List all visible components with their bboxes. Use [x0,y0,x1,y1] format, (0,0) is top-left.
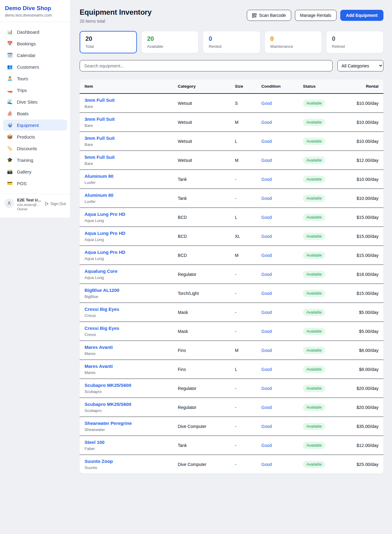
item-name-link[interactable]: Aluminum 80 [85,174,168,179]
search-input[interactable] [80,60,333,71]
sidebar-item-customers[interactable]: 👥 Customers [3,61,67,72]
user-icon [7,201,12,206]
item-name-link[interactable]: 5mm Full Suit [85,154,168,160]
item-name-link[interactable]: Aqua Lung Pro HD [85,231,168,236]
stat-card-total[interactable]: 20 Total [80,31,137,53]
brand-domain: demo.test.divestreams.com [5,13,65,17]
sidebar-item-calendar[interactable]: 🗓️ Calendar [3,50,67,61]
item-condition-link[interactable]: Good [261,310,272,315]
item-rental-price: $12.00/day [351,151,383,170]
item-size: - [230,322,256,341]
stat-card-retired[interactable]: 0 Retired [326,31,383,53]
sidebar-item-training[interactable]: 🎓 Training [3,154,67,166]
sidebar-item-dive-sites[interactable]: 🌊 Dive Sites [3,96,67,107]
item-name-link[interactable]: 3mm Full Suit [85,116,168,122]
sidebar-item-gallery[interactable]: 📸 Gallery [3,166,67,177]
item-condition-link[interactable]: Good [261,139,272,144]
item-condition-link[interactable]: Good [261,462,272,467]
item-condition-link[interactable]: Good [261,329,272,334]
sidebar-item-label: Equipment [17,123,39,128]
table-row: Mares Avanti Mares Fins M Good Available… [80,341,383,360]
item-condition-link[interactable]: Good [261,424,272,429]
sidebar-item-label: Bookings [17,41,36,46]
item-name-link[interactable]: Aluminum 80 [85,193,168,198]
stat-card-rented[interactable]: 0 Rented [203,31,260,53]
item-name-link[interactable]: Steel 100 [85,440,168,445]
item-category: BCD [173,246,230,265]
item-brand: Suunto [85,465,168,470]
col-header-size: Size [230,79,256,93]
item-name-link[interactable]: Shearwater Peregrine [85,421,168,426]
item-condition-link[interactable]: Good [261,120,272,125]
sidebar-item-dashboard[interactable]: 📊 Dashboard [3,26,67,37]
scan-barcode-button[interactable]: Scan Barcode [247,10,291,21]
sign-out-button[interactable]: Sign Out [44,201,66,206]
item-name-link[interactable]: 3mm Full Suit [85,135,168,141]
item-name-link[interactable]: Cressi Big Eyes [85,307,168,312]
manage-rentals-button[interactable]: Manage Rentals [295,10,337,21]
table-row: Aqua Lung Pro HD Aqua Lung BCD L Good Av… [80,208,383,227]
item-brand: Luxfer [85,180,168,185]
sign-out-icon [44,201,49,206]
category-filter-select[interactable]: All Categories [337,60,383,71]
user-name: E2E Test U... [17,198,41,202]
item-brand: Cressi [85,332,168,337]
add-equipment-button[interactable]: Add Equipment [340,10,383,21]
item-category: Tank [173,189,230,208]
item-condition-link[interactable]: Good [261,101,272,106]
items-total-text: 20 items total [80,19,152,24]
stat-card-maintenance[interactable]: 0 Maintenance [265,31,322,53]
item-name-link[interactable]: BigBlue AL1200 [85,288,168,293]
item-rental-price: $12.00/day [351,436,383,455]
item-brand: Aqua Lung [85,256,168,261]
item-name-link[interactable]: Aqua Lung Pro HD [85,250,168,255]
sidebar-item-products[interactable]: 📦 Products [3,131,67,142]
sidebar-item-trips[interactable]: 🚤 Trips [3,85,67,96]
item-category: Torch/Light [173,284,230,303]
col-header-category: Category [173,79,230,93]
item-condition-link[interactable]: Good [261,234,272,239]
stat-label: Retired [332,44,378,49]
item-condition-link[interactable]: Good [261,443,272,448]
sidebar-item-pos[interactable]: 💳 POS [3,178,67,189]
item-rental-price: $10.00/day [351,132,383,151]
item-condition-link[interactable]: Good [261,196,272,201]
item-condition-link[interactable]: Good [261,253,272,258]
sidebar-item-equipment[interactable]: 🤿 Equipment [3,120,67,131]
table-row: Aqua Lung Pro HD Aqua Lung BCD XL Good A… [80,227,383,246]
equipment-icon: 🤿 [7,122,13,128]
item-condition-link[interactable]: Good [261,215,272,220]
item-condition-link[interactable]: Good [261,291,272,296]
sidebar-item-bookings[interactable]: 📅 Bookings [3,38,67,49]
training-icon: 🎓 [7,157,13,163]
discounts-icon: 🏷️ [7,146,13,151]
sidebar-nav: 📊 Dashboard 📅 Bookings 🗓️ Calendar 👥 Cus… [0,22,70,192]
table-row: 3mm Full Suit Bare Wetsuit L Good Availa… [80,132,383,151]
add-equipment-label: Add Equipment [346,13,378,18]
item-condition-link[interactable]: Good [261,386,272,391]
item-name-link[interactable]: Mares Avanti [85,345,168,350]
item-condition-link[interactable]: Good [261,348,272,353]
item-name-link[interactable]: Scubapro MK25/S600 [85,383,168,388]
item-size: XL [230,227,256,246]
item-name-link[interactable]: Aqua Lung Pro HD [85,212,168,217]
sidebar-item-boats[interactable]: ⛵ Boats [3,108,67,119]
item-name-link[interactable]: Scubapro MK25/S600 [85,402,168,407]
item-name-link[interactable]: Cressi Big Eyes [85,326,168,331]
item-category: Mask [173,303,230,322]
sidebar-item-discounts[interactable]: 🏷️ Discounts [3,143,67,154]
item-name-link[interactable]: 3mm Full Suit [85,97,168,103]
item-brand: Mares [85,370,168,375]
sidebar-item-tours[interactable]: 🏝️ Tours [3,73,67,84]
item-condition-link[interactable]: Good [261,367,272,372]
status-badge: Available [303,385,325,392]
item-condition-link[interactable]: Good [261,272,272,277]
item-name-link[interactable]: Mares Avanti [85,364,168,369]
item-condition-link[interactable]: Good [261,405,272,410]
item-condition-link[interactable]: Good [261,177,272,182]
user-email: e2e-tester@... [17,203,41,207]
item-name-link[interactable]: Aqualung Core [85,269,168,274]
item-name-link[interactable]: Suunto Zoop [85,459,168,464]
item-condition-link[interactable]: Good [261,158,272,163]
stat-card-available[interactable]: 20 Available [141,31,198,53]
